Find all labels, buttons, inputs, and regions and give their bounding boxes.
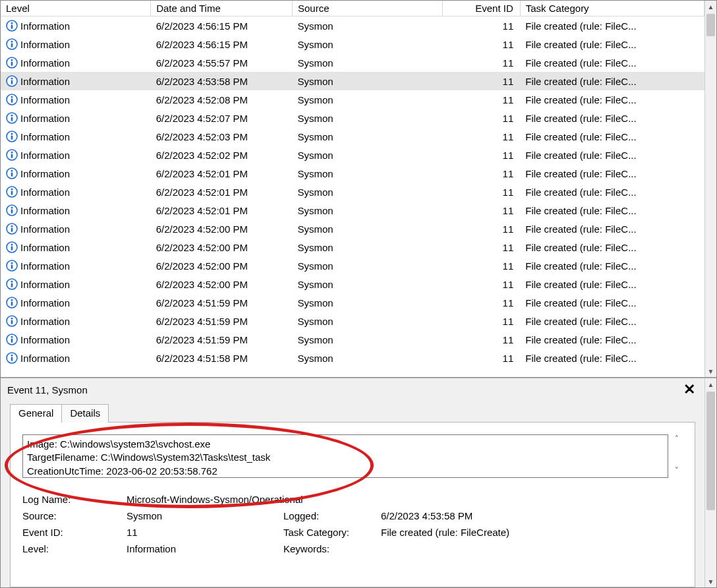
cell-date: 6/2/2023 4:52:00 PM bbox=[151, 220, 293, 238]
cell-source: Sysmon bbox=[292, 293, 442, 312]
cell-eventid: 11 bbox=[442, 220, 520, 238]
cell-eventid: 11 bbox=[442, 238, 520, 256]
svg-rect-8 bbox=[11, 62, 13, 66]
table-row[interactable]: Information6/2/2023 4:53:58 PMSysmon11Fi… bbox=[1, 72, 704, 90]
information-icon bbox=[6, 167, 18, 179]
svg-rect-35 bbox=[11, 228, 13, 232]
table-row[interactable]: Information6/2/2023 4:52:00 PMSysmon11Fi… bbox=[1, 220, 704, 238]
svg-point-46 bbox=[11, 299, 13, 301]
table-row[interactable]: Information6/2/2023 4:52:01 PMSysmon11Fi… bbox=[1, 201, 704, 220]
cell-date: 6/2/2023 4:51:59 PM bbox=[151, 330, 293, 349]
detail-scroll-thumb[interactable] bbox=[706, 392, 715, 510]
col-header-category[interactable]: Task Category bbox=[520, 1, 704, 16]
table-row[interactable]: Information6/2/2023 4:51:59 PMSysmon11Fi… bbox=[1, 312, 704, 330]
information-icon bbox=[6, 260, 18, 272]
svg-point-52 bbox=[11, 336, 13, 338]
event-list[interactable]: Level Date and Time Source Event ID Task… bbox=[1, 1, 704, 377]
table-row[interactable]: Information6/2/2023 4:52:01 PMSysmon11Fi… bbox=[1, 183, 704, 201]
information-icon bbox=[6, 94, 18, 105]
cell-level: Information bbox=[1, 72, 151, 90]
event-message-box[interactable]: Image: C:\windows\system32\svchost.exe T… bbox=[22, 434, 668, 478]
information-icon bbox=[6, 20, 18, 32]
svg-rect-29 bbox=[11, 191, 13, 195]
cell-eventid: 11 bbox=[442, 146, 520, 164]
scroll-down-icon[interactable]: ▼ bbox=[705, 365, 716, 377]
message-scrollbar[interactable]: ˄ ˅ bbox=[671, 434, 683, 478]
detail-scroll-track[interactable] bbox=[705, 390, 716, 575]
table-row[interactable]: Information6/2/2023 4:56:15 PMSysmon11Fi… bbox=[1, 16, 704, 36]
table-row[interactable]: Information6/2/2023 4:51:59 PMSysmon11Fi… bbox=[1, 293, 704, 312]
svg-point-28 bbox=[11, 189, 13, 191]
cell-source: Sysmon bbox=[292, 164, 442, 183]
cell-eventid: 11 bbox=[442, 53, 520, 72]
label-source: Source: bbox=[22, 510, 121, 521]
col-header-source[interactable]: Source bbox=[292, 1, 442, 16]
scroll-up-icon[interactable]: ▲ bbox=[705, 1, 716, 13]
table-row[interactable]: Information6/2/2023 4:52:03 PMSysmon11Fi… bbox=[1, 127, 704, 146]
table-row[interactable]: Information6/2/2023 4:52:08 PMSysmon11Fi… bbox=[1, 90, 704, 109]
svg-rect-56 bbox=[11, 357, 13, 361]
col-header-level[interactable]: Level bbox=[1, 1, 151, 16]
scroll-track[interactable] bbox=[705, 13, 716, 365]
table-row[interactable]: Information6/2/2023 4:55:57 PMSysmon11Fi… bbox=[1, 53, 704, 72]
msg-scroll-up-icon[interactable]: ˄ bbox=[671, 434, 683, 446]
table-row[interactable]: Information6/2/2023 4:52:02 PMSysmon11Fi… bbox=[1, 146, 704, 164]
cell-level: Information bbox=[1, 330, 151, 349]
scroll-thumb[interactable] bbox=[706, 14, 715, 36]
detail-scroll-up-icon[interactable]: ▲ bbox=[705, 378, 716, 390]
cell-eventid: 11 bbox=[442, 293, 520, 312]
svg-point-55 bbox=[11, 355, 13, 357]
cell-category: File created (rule: FileC... bbox=[520, 220, 704, 238]
cell-level-text: Information bbox=[20, 187, 70, 198]
cell-category: File created (rule: FileC... bbox=[520, 35, 704, 53]
cell-date: 6/2/2023 4:56:15 PM bbox=[151, 16, 293, 36]
cell-level: Information bbox=[1, 220, 151, 238]
event-list-scrollbar[interactable]: ▲ ▼ bbox=[704, 1, 716, 377]
cell-source: Sysmon bbox=[292, 35, 442, 53]
value-source: Sysmon bbox=[127, 510, 278, 521]
cell-eventid: 11 bbox=[442, 127, 520, 146]
label-keywords: Keywords: bbox=[283, 543, 376, 554]
information-icon bbox=[6, 278, 18, 290]
cell-date: 6/2/2023 4:51:58 PM bbox=[151, 349, 293, 367]
table-row[interactable]: Information6/2/2023 4:52:00 PMSysmon11Fi… bbox=[1, 238, 704, 256]
information-icon bbox=[6, 75, 18, 87]
table-row[interactable]: Information6/2/2023 4:51:59 PMSysmon11Fi… bbox=[1, 330, 704, 349]
event-detail-main: Event 11, Sysmon ✕ General Details Image… bbox=[1, 378, 704, 587]
cell-eventid: 11 bbox=[442, 312, 520, 330]
cell-date: 6/2/2023 4:52:07 PM bbox=[151, 109, 293, 127]
detail-scroll-down-icon[interactable]: ▼ bbox=[705, 575, 716, 587]
event-list-panel: Level Date and Time Source Event ID Task… bbox=[1, 1, 716, 378]
table-row[interactable]: Information6/2/2023 4:56:15 PMSysmon11Fi… bbox=[1, 35, 704, 53]
cell-level-text: Information bbox=[20, 39, 70, 50]
svg-point-13 bbox=[11, 96, 13, 98]
cell-level: Information bbox=[1, 90, 151, 109]
cell-date: 6/2/2023 4:56:15 PM bbox=[151, 35, 293, 53]
table-row[interactable]: Information6/2/2023 4:52:00 PMSysmon11Fi… bbox=[1, 275, 704, 293]
table-row[interactable]: Information6/2/2023 4:52:01 PMSysmon11Fi… bbox=[1, 164, 704, 183]
table-row[interactable]: Information6/2/2023 4:51:58 PMSysmon11Fi… bbox=[1, 349, 704, 367]
col-header-date[interactable]: Date and Time bbox=[151, 1, 293, 16]
table-header-row[interactable]: Level Date and Time Source Event ID Task… bbox=[1, 1, 704, 16]
cell-level-text: Information bbox=[20, 223, 70, 235]
col-header-eventid[interactable]: Event ID bbox=[442, 1, 520, 16]
value-logname: Microsoft-Windows-Sysmon/Operational bbox=[127, 494, 683, 505]
svg-rect-41 bbox=[11, 265, 13, 269]
msg-line-target: TargetFilename: C:\Windows\System32\Task… bbox=[27, 451, 664, 464]
event-meta-grid: Log Name: Microsoft-Windows-Sysmon/Opera… bbox=[22, 494, 683, 554]
detail-scrollbar[interactable]: ▲ ▼ bbox=[704, 378, 716, 587]
close-icon[interactable]: ✕ bbox=[681, 382, 698, 397]
detail-tabs: General Details bbox=[1, 403, 704, 422]
cell-category: File created (rule: FileC... bbox=[520, 164, 704, 183]
label-logname: Log Name: bbox=[22, 494, 121, 505]
tab-details[interactable]: Details bbox=[61, 404, 109, 423]
information-icon bbox=[6, 352, 18, 364]
table-row[interactable]: Information6/2/2023 4:52:00 PMSysmon11Fi… bbox=[1, 256, 704, 275]
cell-date: 6/2/2023 4:52:00 PM bbox=[151, 275, 293, 293]
tab-general[interactable]: General bbox=[10, 404, 62, 423]
cell-date: 6/2/2023 4:55:57 PM bbox=[151, 53, 293, 72]
table-row[interactable]: Information6/2/2023 4:52:07 PMSysmon11Fi… bbox=[1, 109, 704, 127]
msg-scroll-down-icon[interactable]: ˅ bbox=[671, 466, 683, 478]
information-icon bbox=[6, 57, 18, 69]
cell-eventid: 11 bbox=[442, 164, 520, 183]
